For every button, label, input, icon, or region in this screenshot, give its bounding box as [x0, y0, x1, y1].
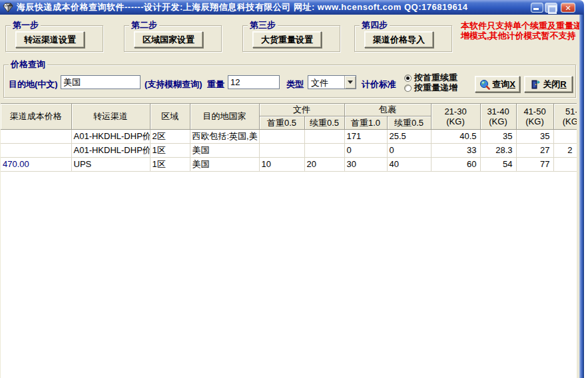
- group-header-parcel: 包裹: [344, 104, 431, 116]
- channel-setup-button[interactable]: 转运渠道设置: [15, 31, 85, 48]
- cell-channel[interactable]: UPS: [71, 157, 150, 171]
- cell-parcel-next[interactable]: 40: [387, 157, 431, 171]
- step2-label: 第二步: [129, 21, 159, 30]
- price-query-groupbox: 价格查询 目的地(中文) (支持模糊查询) 重量 类型 文件 计价标准 按首重续…: [3, 65, 576, 98]
- cell-channel[interactable]: A01-HKDHL-DHP价: [71, 129, 150, 143]
- step1-groupbox: 第一步 转运渠道设置: [5, 25, 103, 52]
- cell-kg-51[interactable]: 2: [553, 143, 577, 157]
- cell-channel[interactable]: A01-HKDHL-DHP价: [71, 143, 150, 157]
- dropdown-arrow-button[interactable]: [344, 76, 356, 89]
- step2-groupbox: 第二步 区域国家设置: [124, 25, 222, 52]
- zone-country-setup-button[interactable]: 区域国家设置: [134, 31, 203, 48]
- cell-kg-31-40[interactable]: 54: [480, 157, 516, 171]
- exit-door-icon: [530, 79, 541, 90]
- cell-parcel-next[interactable]: 0: [387, 143, 431, 157]
- table-row[interactable]: A01-HKDHL-DHP价 1区 美国 0 0 33 28.3 27 2: [1, 143, 577, 157]
- col-header-kg-21-30: 21-30(KG): [431, 104, 480, 129]
- cell-cost[interactable]: [1, 129, 71, 143]
- app-gem-icon: [3, 2, 13, 13]
- cell-file-next[interactable]: [304, 129, 344, 143]
- group-header-file: 文件: [259, 104, 344, 116]
- maximize-button[interactable]: [545, 3, 557, 13]
- cell-kg-31-40[interactable]: 28.3: [480, 143, 516, 157]
- cell-kg-21-30[interactable]: 40.5: [431, 129, 480, 143]
- cell-zone[interactable]: 1区: [150, 143, 190, 157]
- cell-kg-51[interactable]: [553, 157, 577, 171]
- cell-zone[interactable]: 1区: [150, 157, 190, 171]
- weight-input[interactable]: [228, 75, 280, 89]
- sub-header-parcel-next: 续重0.5: [387, 116, 431, 129]
- cell-kg-41-50[interactable]: 35: [516, 129, 553, 143]
- type-dropdown[interactable]: 文件: [308, 75, 356, 89]
- cell-kg-41-50[interactable]: 27: [516, 143, 553, 157]
- cell-kg-41-50[interactable]: 77: [516, 157, 553, 171]
- cell-kg-21-30[interactable]: 33: [431, 143, 480, 157]
- type-dropdown-value: 文件: [308, 76, 344, 89]
- mode-warning-text: 本软件只支持单个续重及重量递 增模式,其他计价模式暂不支持: [461, 21, 579, 41]
- radio-weight-increment[interactable]: 按重量递增: [404, 82, 457, 94]
- pricing-standard-label: 计价标准: [362, 79, 396, 91]
- cell-file-first[interactable]: [259, 143, 304, 157]
- search-button-label: 查询: [492, 79, 509, 91]
- search-button[interactable]: 查询X: [475, 76, 520, 93]
- radio-unselected-icon[interactable]: [404, 85, 412, 92]
- cell-file-first[interactable]: 10: [259, 157, 304, 171]
- step3-groupbox: 第三步 大货重量设置: [242, 25, 340, 52]
- cell-parcel-first[interactable]: 171: [344, 129, 387, 143]
- close-app-button[interactable]: 关闭R: [524, 76, 573, 93]
- window-right-border: [579, 15, 584, 378]
- sub-header-file-next: 续重0.5: [304, 116, 344, 129]
- bulk-weight-setup-button[interactable]: 大货重量设置: [252, 31, 322, 48]
- table-row[interactable]: A01-HKDHL-DHP价 2区 西欧包括:英国,美 171 25.5 40.…: [1, 129, 577, 143]
- col-header-country: 目的地国家: [190, 104, 259, 129]
- col-header-cost: 渠道成本价格: [1, 104, 71, 129]
- destination-input[interactable]: [61, 75, 141, 89]
- close-hotkey: R: [560, 79, 566, 89]
- cell-zone[interactable]: 2区: [150, 129, 190, 143]
- col-header-kg-51: 51-(KG): [553, 104, 577, 129]
- step1-label: 第一步: [11, 21, 41, 30]
- price-grid: 渠道成本价格 转运渠道 区域 目的地国家 文件 包裹 21-30(KG) 31-…: [1, 103, 577, 378]
- application-window: 海辰快递成本价格查询软件------设计开发:上海辰翔信息科技有限公司 网址: …: [0, 0, 588, 378]
- minimize-button[interactable]: [531, 3, 543, 13]
- cell-parcel-first[interactable]: 30: [344, 157, 387, 171]
- cell-file-first[interactable]: [259, 129, 304, 143]
- sub-header-file-first: 首重0.5: [259, 116, 304, 129]
- cell-file-next[interactable]: [304, 143, 344, 157]
- price-import-button[interactable]: 渠道价格导入: [364, 31, 434, 48]
- search-globe-icon: [479, 79, 490, 90]
- mode-warning-line1: 本软件只支持单个续重及重量递: [461, 21, 579, 31]
- client-area: 第一步 转运渠道设置 第二步 区域国家设置 第三步 大货重量设置 第四步 渠道价…: [0, 15, 579, 378]
- price-table: 渠道成本价格 转运渠道 区域 目的地国家 文件 包裹 21-30(KG) 31-…: [1, 104, 577, 172]
- col-header-zone: 区域: [150, 104, 190, 129]
- titlebar[interactable]: 海辰快递成本价格查询软件------设计开发:上海辰翔信息科技有限公司 网址: …: [0, 0, 584, 15]
- step4-label: 第四步: [360, 21, 390, 30]
- cell-parcel-first[interactable]: 0: [344, 143, 387, 157]
- cell-country[interactable]: 西欧包括:英国,美: [190, 129, 259, 143]
- radio-selected-icon[interactable]: [404, 75, 412, 82]
- mode-warning-line2: 增模式,其他计价模式暂不支持: [461, 31, 579, 41]
- fuzzy-search-hint: (支持模糊查询): [145, 79, 202, 91]
- col-header-channel: 转运渠道: [71, 104, 150, 129]
- cell-kg-31-40[interactable]: 35: [480, 129, 516, 143]
- cell-cost[interactable]: 470.00: [1, 157, 71, 171]
- col-header-kg-31-40: 31-40(KG): [480, 104, 516, 129]
- cell-kg-51[interactable]: [553, 129, 577, 143]
- cell-cost[interactable]: [1, 143, 71, 157]
- close-button-label: 关闭: [543, 79, 560, 91]
- chevron-down-icon: [348, 81, 353, 84]
- cell-parcel-next[interactable]: 25.5: [387, 129, 431, 143]
- search-hotkey: X: [509, 79, 515, 89]
- cell-country[interactable]: 美国: [190, 143, 259, 157]
- sub-header-parcel-first: 首重1.0: [344, 116, 387, 129]
- type-label: 类型: [286, 79, 304, 91]
- cell-kg-21-30[interactable]: 60: [431, 157, 480, 171]
- cell-country[interactable]: 美国: [190, 157, 259, 171]
- step4-groupbox: 第四步 渠道价格导入: [354, 25, 452, 52]
- window-title: 海辰快递成本价格查询软件------设计开发:上海辰翔信息科技有限公司 网址: …: [17, 1, 519, 13]
- cell-file-next[interactable]: 20: [304, 157, 344, 171]
- price-query-label: 价格查询: [9, 60, 47, 69]
- close-window-button[interactable]: [561, 3, 575, 13]
- radio-weight-increment-label: 按重量递增: [414, 82, 457, 94]
- table-row[interactable]: 470.00 UPS 1区 美国 10 20 30 40 60 54 77: [1, 157, 577, 171]
